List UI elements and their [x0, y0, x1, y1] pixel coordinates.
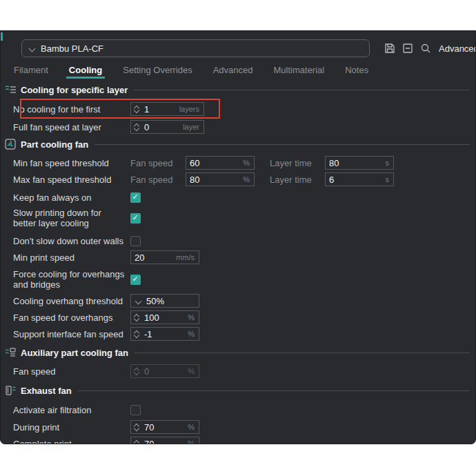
- section-part-cooling-fan: Part cooling fan: [5, 139, 470, 150]
- window-edge-accent: [1, 32, 3, 41]
- filament-settings-window: Bambu PLA-CF Advanced Filament Cooling S…: [0, 30, 476, 444]
- overhang-threshold-combo[interactable]: 50%: [130, 294, 199, 308]
- spinner-control[interactable]: [135, 105, 139, 113]
- unit-label: %: [188, 367, 195, 375]
- unit-label: layer: [183, 123, 199, 131]
- part-cooling-fan-icon: [5, 139, 17, 150]
- setting-label: No cooling for the first: [13, 104, 130, 115]
- row-dont-slow-outer-walls: Don't slow down outer walls: [13, 235, 475, 247]
- tab-setting-overrides[interactable]: Setting Overrides: [122, 61, 192, 79]
- setting-label: Activate air filtration: [13, 405, 130, 415]
- row-no-cooling-first: No cooling for the first 1 layers: [13, 101, 475, 117]
- spinner-control[interactable]: [135, 123, 139, 131]
- setting-label: Full fan speed at layer: [13, 122, 130, 132]
- advanced-label: Advanced: [439, 43, 476, 54]
- preset-toolbar: Bambu PLA-CF Advanced: [21, 39, 468, 57]
- section-title: Auxiliary part cooling fan: [21, 348, 128, 358]
- aux-fan-speed-input[interactable]: 0 %: [130, 364, 199, 378]
- unit-label: %: [188, 313, 195, 321]
- unit-label: %: [188, 423, 195, 431]
- setting-label: Don't slow down outer walls: [13, 236, 130, 246]
- setting-label: Slow printing down for better layer cool…: [13, 208, 130, 228]
- row-keep-fan-always-on: Keep fan always on: [13, 191, 475, 204]
- layer-time-sublabel: Layer time: [270, 158, 325, 168]
- slow-printing-checkbox[interactable]: [130, 213, 141, 224]
- input-value: 70: [144, 439, 154, 445]
- preset-combo[interactable]: Bambu PLA-CF: [21, 39, 370, 57]
- section-divider: [134, 90, 470, 90]
- section-title: Part cooling fan: [21, 139, 88, 150]
- fan-speed-overhangs-input[interactable]: 100 %: [130, 310, 199, 324]
- row-complete-print: Complete print 70 %: [13, 436, 475, 444]
- input-value: 0: [144, 122, 149, 132]
- max-fan-speed-input[interactable]: 80 %: [186, 172, 255, 186]
- unit-label: s: [386, 159, 390, 167]
- min-layer-time-input[interactable]: 80 s: [325, 156, 394, 170]
- tab-advanced[interactable]: Advanced: [212, 61, 254, 79]
- setting-label: Min print speed: [13, 252, 130, 263]
- section-title: Exhaust fan: [21, 386, 72, 396]
- setting-label: Support interface fan speed: [13, 329, 130, 339]
- unit-label: mm/s: [176, 253, 195, 261]
- fan-speed-sublabel: Fan speed: [130, 158, 186, 168]
- input-value: 100: [144, 313, 159, 323]
- setting-label: Min fan speed threshold: [13, 158, 130, 168]
- setting-label: Force cooling for overhangs and bridges: [13, 269, 130, 290]
- spinner-control[interactable]: [135, 330, 139, 338]
- row-fan-speed-overhangs: Fan speed for overhangs 100 %: [13, 310, 475, 325]
- section-divider: [135, 353, 470, 353]
- section-exhaust-fan: Exhaust fan: [5, 385, 470, 396]
- spinner-control[interactable]: [135, 439, 139, 444]
- input-value: 6: [329, 175, 334, 185]
- input-value: 60: [190, 158, 199, 168]
- during-print-input[interactable]: 70 %: [130, 420, 199, 434]
- spinner-control[interactable]: [135, 423, 139, 431]
- save-preset-icon[interactable]: [384, 43, 396, 54]
- delete-preset-icon[interactable]: [402, 43, 414, 54]
- row-min-fan-threshold: Min fan speed threshold Fan speed 60 % L…: [13, 155, 475, 170]
- min-print-speed-input[interactable]: 20 mm/s: [130, 250, 199, 264]
- input-value: 20: [135, 252, 144, 263]
- unit-label: %: [243, 159, 250, 167]
- setting-label: During print: [13, 422, 130, 433]
- input-value: 80: [329, 158, 339, 168]
- auxiliary-fan-icon: [5, 347, 17, 358]
- full-fan-layer-input[interactable]: 0 layer: [130, 120, 204, 134]
- complete-print-input[interactable]: 70 %: [130, 437, 199, 444]
- unit-label: %: [188, 439, 195, 444]
- keep-fan-always-on-checkbox[interactable]: [130, 192, 141, 203]
- no-cooling-layers-input[interactable]: 1 layers: [130, 102, 204, 116]
- section-title: Cooling for specific layer: [21, 85, 128, 95]
- min-fan-speed-input[interactable]: 60 %: [186, 156, 255, 170]
- max-layer-time-input[interactable]: 6 s: [325, 172, 394, 186]
- air-filtration-checkbox[interactable]: [130, 405, 141, 415]
- tab-notes[interactable]: Notes: [344, 61, 369, 79]
- tab-filament[interactable]: Filament: [13, 61, 49, 79]
- tab-multimaterial[interactable]: Multimaterial: [273, 61, 326, 79]
- input-value: 80: [190, 175, 199, 185]
- dont-slow-outer-walls-checkbox[interactable]: [130, 236, 141, 246]
- unit-label: %: [243, 175, 250, 184]
- row-support-interface-fan: Support interface fan speed -1 %: [13, 326, 475, 341]
- setting-label: Cooling overhang threshold: [13, 296, 130, 306]
- setting-label: Complete print: [13, 439, 130, 445]
- row-slow-printing: Slow printing down for better layer cool…: [13, 208, 475, 228]
- row-force-cooling-overhangs: Force cooling for overhangs and bridges: [13, 269, 475, 290]
- section-divider: [78, 390, 470, 391]
- row-during-print: During print 70 %: [13, 419, 475, 435]
- exhaust-fan-icon: [5, 385, 17, 396]
- row-full-fan-layer: Full fan speed at layer 0 layer: [13, 119, 475, 135]
- section-divider: [95, 144, 470, 145]
- preset-name: Bambu PLA-CF: [41, 43, 103, 54]
- input-value: 1: [144, 104, 149, 115]
- input-value: 0: [144, 366, 149, 377]
- layer-time-sublabel: Layer time: [270, 175, 325, 185]
- support-interface-fan-input[interactable]: -1 %: [130, 327, 199, 341]
- search-icon[interactable]: [420, 43, 432, 54]
- force-cooling-checkbox[interactable]: [130, 275, 141, 285]
- spinner-control[interactable]: [135, 367, 139, 375]
- spinner-control[interactable]: [135, 313, 139, 321]
- section-auxiliary-fan: Auxiliary part cooling fan: [5, 347, 470, 358]
- tab-cooling[interactable]: Cooling: [68, 61, 103, 79]
- combo-value: 50%: [146, 296, 164, 306]
